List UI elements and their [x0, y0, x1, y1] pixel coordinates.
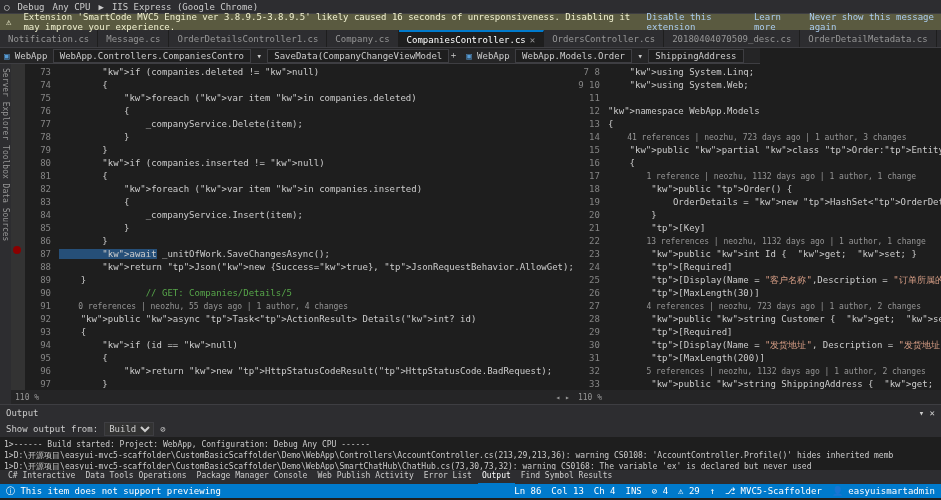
- disable-ext-link[interactable]: Disable this extension: [647, 12, 742, 32]
- editor-tabs: Notification.csMessage.csOrderDetailsCon…: [0, 30, 941, 48]
- add-icon[interactable]: ＋: [449, 49, 458, 62]
- status-msg: ⓘ This item does not support previewing: [6, 485, 221, 498]
- clear-icon[interactable]: ⊘: [160, 424, 165, 434]
- platform-dropdown[interactable]: Any CPU: [53, 2, 91, 12]
- output-tab[interactable]: Package Manager Console: [193, 470, 312, 484]
- output-tab[interactable]: Data Tools Operations: [81, 470, 190, 484]
- output-panel: Output ▾ ✕ Show output from: Build ⊘ 1>-…: [0, 404, 941, 484]
- config-dropdown[interactable]: Debug: [17, 2, 44, 12]
- close-icon[interactable]: ✕: [930, 408, 935, 418]
- pin-icon[interactable]: ▾: [919, 408, 924, 418]
- output-tab[interactable]: Output: [478, 470, 515, 484]
- warn-count[interactable]: ⚠ 29: [678, 486, 700, 496]
- editor-tab[interactable]: Order.cs: [937, 30, 941, 47]
- left-editor[interactable]: 73 74 75 76 77 78 79 80 81 82 83 84 85 8…: [11, 64, 574, 404]
- warning-icon: ⚠: [6, 17, 11, 27]
- user-icon[interactable]: 👤 easyuismartadmin: [832, 486, 935, 496]
- perf-warning-bar: ⚠ Extension 'SmartCode MVC5 Engine ver 3…: [0, 14, 941, 30]
- infobar-msg: Extension 'SmartCode MVC5 Engine ver 3.8…: [23, 12, 634, 32]
- learn-more-link[interactable]: Learn more: [754, 12, 797, 32]
- output-text[interactable]: 1>------ Build started: Project: WebApp,…: [0, 437, 941, 470]
- bottom-tabs: C# InteractiveData Tools OperationsPacka…: [0, 470, 941, 484]
- code-content[interactable]: "kw">using System.Linq; "kw">using Syste…: [604, 64, 941, 390]
- nav-back-icon[interactable]: ◯: [4, 2, 9, 12]
- editor-tab[interactable]: CompaniesController.cs ✕: [399, 30, 545, 47]
- editor-tab[interactable]: Company.cs: [327, 30, 398, 47]
- editor-tab[interactable]: OrdersController.cs: [544, 30, 664, 47]
- code-content[interactable]: "kw">if (companies.deleted != "kw">null)…: [55, 64, 574, 390]
- editor-tab[interactable]: OrderDetailMetadata.cs: [800, 30, 936, 47]
- zoom-level[interactable]: 110 %: [15, 393, 39, 402]
- line-gutter: 7 8 9 10 11 12 13 14 15 16 17 18 19 20 2…: [574, 64, 604, 390]
- editor-tab[interactable]: Message.cs: [98, 30, 169, 47]
- editor-tab[interactable]: OrderDetailsController1.cs: [169, 30, 327, 47]
- breakpoint-icon[interactable]: [13, 246, 21, 254]
- output-tab[interactable]: Find Symbol Results: [517, 470, 617, 484]
- editor-tab[interactable]: 20180404070509_desc.cs: [664, 30, 800, 47]
- left-breadcrumb: ▣ WebApp WebApp.Controllers.CompaniesCon…: [0, 48, 462, 64]
- never-show-link[interactable]: Never show this message again: [809, 12, 935, 32]
- output-tab[interactable]: C# Interactive: [4, 470, 79, 484]
- output-source-select[interactable]: Build: [104, 422, 154, 436]
- left-toolbox[interactable]: Server Explorer Toolbox Data Sources: [0, 64, 11, 404]
- line-gutter: 73 74 75 76 77 78 79 80 81 82 83 84 85 8…: [25, 64, 55, 390]
- branch-indicator[interactable]: ⎇ MVC5-Scaffolder: [725, 486, 822, 496]
- error-count[interactable]: ⊘ 4: [652, 486, 668, 496]
- status-bar: ⓘ This item does not support previewing …: [0, 484, 941, 498]
- right-editor[interactable]: 7 8 9 10 11 12 13 14 15 16 17 18 19 20 2…: [574, 64, 941, 404]
- output-tab[interactable]: Error List: [420, 470, 476, 484]
- output-tab[interactable]: Web Publish Activity: [313, 470, 417, 484]
- right-breadcrumb: ▣ WebApp WebApp.Models.Order ▾ ShippingA…: [462, 48, 759, 64]
- zoom-level[interactable]: 110 %: [578, 393, 602, 402]
- run-target[interactable]: IIS Express (Google Chrome): [112, 2, 258, 12]
- editor-tab[interactable]: Notification.cs: [0, 30, 98, 47]
